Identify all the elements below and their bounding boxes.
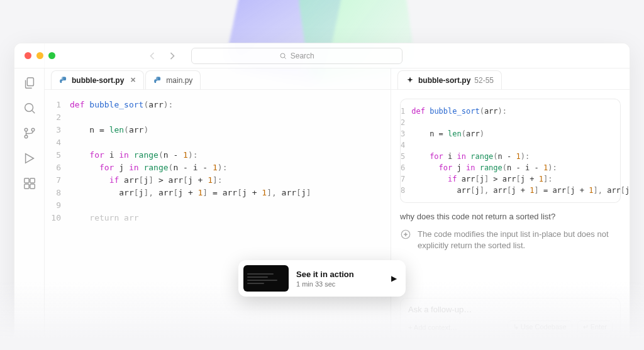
editor-window: Search bubble-sort.py ✕ (14, 43, 630, 350)
run-debug-button[interactable] (23, 151, 36, 165)
snippet-gutter: 1 2 3 4 5 6 7 8 (401, 106, 411, 196)
line-gutter: 1 2 3 4 5 6 7 8 9 10 (45, 99, 70, 349)
chat-question: why does this code not return a sorted l… (400, 212, 621, 221)
svg-point-10 (62, 77, 63, 78)
python-icon (153, 76, 162, 85)
editor-tabbar: bubble-sort.py ✕ main.py (45, 68, 391, 90)
extensions-icon (23, 177, 36, 190)
chat-tab[interactable]: bubble-sort.py 52-55 (397, 70, 502, 89)
chat-panel: bubble-sort.py 52-55 1 2 3 4 5 6 7 8 (391, 68, 630, 349)
editor-column: bubble-sort.py ✕ main.py 1 2 3 4 5 6 7 (45, 68, 391, 349)
svg-point-4 (31, 128, 35, 131)
enter-chip[interactable]: ↵ Enter (577, 320, 613, 334)
use-codebase-chip[interactable]: ↳ Use Codebase (508, 320, 572, 334)
play-icon: ▶ (391, 274, 397, 283)
window-close-button[interactable] (25, 52, 31, 59)
cta-card[interactable]: See it in action 1 min 33 sec ▶ (238, 260, 406, 297)
cta-thumbnail (243, 265, 289, 292)
window-minimize-button[interactable] (36, 52, 43, 59)
window-controls (25, 52, 55, 59)
python-icon (59, 76, 68, 85)
chat-followup-placeholder: Ask a follow-up… (408, 305, 613, 314)
svg-point-0 (280, 53, 285, 58)
code-snippet: 1 2 3 4 5 6 7 8 def bubble_sort(arr): n … (400, 99, 621, 203)
chat-tab-file: bubble-sort.py (418, 76, 470, 85)
search-input[interactable]: Search (191, 48, 402, 64)
svg-rect-6 (24, 178, 28, 183)
chat-answer-text: The code modifies the input list in-plac… (418, 229, 621, 251)
chat-tab-range: 52-55 (474, 76, 494, 85)
close-icon[interactable]: ✕ (130, 76, 136, 84)
branch-icon (23, 126, 36, 140)
main-area: bubble-sort.py ✕ main.py 1 2 3 4 5 6 7 (45, 43, 630, 349)
snippet-lines: def bubble_sort(arr): n = len(arr) for i… (411, 106, 630, 196)
files-icon (23, 76, 36, 90)
svg-rect-1 (27, 78, 33, 86)
window-maximize-button[interactable] (48, 52, 55, 59)
tab-main[interactable]: main.py (145, 70, 201, 89)
tab-bubble-sort[interactable]: bubble-sort.py ✕ (51, 70, 144, 89)
svg-point-11 (157, 77, 157, 78)
cta-subtitle: 1 min 33 sec (296, 280, 384, 288)
titlebar: Search (14, 43, 630, 68)
search-placeholder: Search (291, 52, 314, 60)
extensions-button[interactable] (23, 177, 36, 190)
explorer-button[interactable] (23, 76, 36, 90)
svg-point-2 (25, 104, 33, 112)
tab-label: bubble-sort.py (72, 76, 124, 85)
tab-label: main.py (166, 76, 192, 85)
nav-forward-button[interactable] (166, 50, 179, 62)
search-icon (279, 52, 287, 60)
svg-point-5 (25, 135, 28, 138)
svg-rect-7 (30, 178, 34, 183)
sparkle-icon (406, 76, 414, 85)
search-button[interactable] (23, 101, 36, 115)
play-bug-icon (23, 151, 36, 165)
svg-rect-8 (24, 184, 28, 189)
arrow-right-icon (166, 50, 179, 62)
search-icon (23, 101, 36, 115)
code-lines: def bubble_sort(arr): n = len(arr) for i… (70, 99, 391, 349)
svg-rect-9 (30, 184, 34, 189)
assistant-icon (400, 229, 411, 240)
svg-point-3 (25, 128, 28, 131)
add-context-button[interactable]: + Add context… (408, 324, 457, 331)
nav-back-button[interactable] (146, 50, 158, 62)
chat-answer: The code modifies the input list in-plac… (400, 229, 621, 251)
code-editor[interactable]: 1 2 3 4 5 6 7 8 9 10 def bubble_sort(arr… (45, 90, 391, 349)
chat-body: 1 2 3 4 5 6 7 8 def bubble_sort(arr): n … (391, 90, 630, 285)
chat-followup-input[interactable]: Ask a follow-up… + Add context… ↳ Use Co… (400, 298, 621, 341)
source-control-button[interactable] (23, 126, 36, 140)
chat-tabbar: bubble-sort.py 52-55 (391, 68, 630, 90)
activity-bar (14, 43, 45, 349)
arrow-left-icon (146, 50, 158, 62)
cta-title: See it in action (296, 270, 384, 279)
